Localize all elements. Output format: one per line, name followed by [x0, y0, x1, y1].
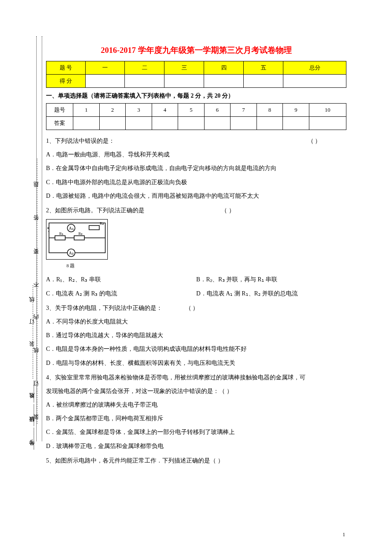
- answer-header-5: 5: [178, 104, 204, 117]
- svg-text:R₂: R₂: [78, 231, 83, 236]
- answer-header-4: 4: [152, 104, 178, 117]
- q1: 1、下列说法中错误的是： （ ） A．电路一般由电源、用电器、导线和开关构成 B…: [46, 134, 346, 203]
- q2-diagram-label: 8 题: [66, 260, 346, 271]
- answer-cell: [309, 117, 346, 130]
- score-cell: [125, 75, 164, 88]
- q4: 4、实验室里常常用验电器来检验物体是否带电，用被丝绸摩擦过的玻璃棒接触验电器的金…: [46, 371, 346, 453]
- q4-b: B．两个金属箔都带正电，同种电荷互相排斥: [46, 412, 346, 425]
- answer-cell: [178, 117, 204, 130]
- q2: 2、如图所示电路。下列说法正确的是 （ ） A₁ R₃ R₁ R₂ A₂ 8: [46, 204, 346, 301]
- answer-table: 题号 1 2 3 4 5 6 7 8 9 10 答案: [46, 103, 346, 130]
- answer-header-7: 7: [231, 104, 257, 117]
- q1-d: D．电源被短路，电路中的电流会很大，而用电器被短路电路中的电流可能不太大: [46, 189, 346, 203]
- score-row-label: 得 分: [46, 75, 86, 88]
- q4-c: C．金属箔、金属球都是导体，金属球上的一部分电子转移到了玻璃棒上: [46, 425, 346, 439]
- q4-a: A．被丝绸摩擦过的玻璃棒失去电子带正电: [46, 398, 346, 412]
- q3-c: C．电阻是导体本身的一种性质，电阻大说明构成该电阻的材料导电性能不好: [46, 342, 346, 356]
- dotted-line-2: [42, 36, 42, 441]
- answer-cell: [257, 117, 282, 130]
- svg-rect-10: [74, 236, 84, 240]
- answer-cell: [99, 117, 125, 130]
- q3-d: D．电阻与导体的材料、长度、横截面积等因素有关，与电压和电流无关: [46, 356, 346, 370]
- q3-a: A．不同导体的长度大电阻就大: [46, 315, 346, 329]
- q2-b: B．R₂、R₃ 并联，再与 R₁ 串联: [196, 273, 347, 286]
- score-cell: [244, 75, 283, 88]
- score-header-3: 三: [164, 61, 204, 75]
- circuit-svg: A₁ R₃ R₁ R₂ A₂: [46, 220, 108, 260]
- q3-stem: 3、关于导体的电阻，下列说法中正确的是：: [46, 305, 162, 311]
- q1-stem: 1、下列说法中错误的是：: [46, 134, 115, 148]
- answer-header-1: 1: [73, 104, 99, 117]
- answer-header-label: 题号: [46, 104, 73, 117]
- q4-stem2: 发现验电器的两个金属箔会张开，对这一现象的说法中错误的是：（ ）: [46, 384, 346, 398]
- q1-paren: （ ）: [308, 134, 321, 148]
- score-header-total: 总分: [283, 61, 346, 75]
- answer-header-9: 9: [283, 104, 309, 117]
- score-table: 题 号 一 二 三 四 五 总分 得 分: [46, 61, 346, 88]
- answer-header-8: 8: [257, 104, 282, 117]
- circuit-diagram: A₁ R₃ R₁ R₂ A₂: [46, 219, 108, 260]
- answer-header-6: 6: [204, 104, 230, 117]
- answer-row-label: 答案: [46, 117, 73, 130]
- answer-cell: [152, 117, 178, 130]
- q2-stem: 2、如图所示电路。下列说法正确的是: [46, 204, 144, 217]
- score-cell: [85, 75, 125, 88]
- answer-cell: [204, 117, 230, 130]
- page-number: 1: [343, 532, 345, 538]
- answer-cell: [126, 117, 152, 130]
- q3-b: B．通过导体的电流越大，导体的电阻就越大: [46, 329, 346, 342]
- svg-text:R₁: R₁: [59, 231, 63, 236]
- q1-a: A．电路一般由电源、用电器、导线和开关构成: [46, 148, 346, 162]
- binding-margin: 装………………订………………线………………内………………不………………要……………: [0, 36, 43, 441]
- q5: 5、如图所示电路中，各元件均能正常工作．下列描述正确的是（ ）: [46, 454, 346, 468]
- score-header-5: 五: [244, 61, 283, 75]
- main-content: 2016-2017 学年度九年级第一学期第三次月考试卷物理 题 号 一 二 三 …: [46, 45, 346, 468]
- q2-a: A．R₁、R₂、R₃ 串联: [46, 273, 196, 286]
- score-cell: [283, 75, 346, 88]
- answer-cell: [231, 117, 257, 130]
- svg-text:R₃: R₃: [100, 221, 104, 225]
- q2-c: C．电流表 A₂ 测 R₃ 的电流: [46, 287, 196, 301]
- answer-header-10: 10: [309, 104, 346, 117]
- q1-c: C．电路中电源外部的电流总是从电源的正极流向负极: [46, 176, 346, 189]
- q4-d: D．玻璃棒带正电，金属箔和金属球都带负电: [46, 439, 346, 453]
- score-cell: [204, 75, 244, 88]
- q2-d: D．电流表 A₁ 测 R₁、R₂ 并联的总电流: [196, 287, 347, 301]
- answer-cell: [73, 117, 99, 130]
- q5-stem: 5、如图所示电路中，各元件均能正常工作．下列描述正确的是（ ）: [46, 454, 346, 468]
- answer-header-2: 2: [99, 104, 125, 117]
- answer-cell: [283, 117, 309, 130]
- answer-header-3: 3: [126, 104, 152, 117]
- score-header-num: 题 号: [46, 61, 86, 75]
- svg-rect-6: [89, 225, 99, 230]
- q3-paren: （ ）: [185, 305, 199, 311]
- svg-rect-8: [55, 236, 65, 240]
- svg-text:A₂: A₂: [69, 251, 73, 255]
- q4-stem: 4、实验室里常常用验电器来检验物体是否带电，用被丝绸摩擦过的玻璃棒接触验电器的金…: [46, 371, 346, 384]
- svg-text:A₁: A₁: [69, 226, 73, 231]
- q1-b: B．在金属导体中自由电子定向移动形成电流，自由电子定向移动的方向就是电流的方向: [46, 162, 346, 175]
- section-1-title: 一、单项选择题（请将正确答案填入下列表格中，每题 2 分，共 20 分）: [46, 92, 346, 100]
- q2-paren: （ ）: [221, 204, 235, 217]
- score-header-2: 二: [125, 61, 164, 75]
- exam-title: 2016-2017 学年度九年级第一学期第三次月考试卷物理: [46, 45, 346, 56]
- score-cell: [164, 75, 204, 88]
- score-header-1: 一: [85, 61, 125, 75]
- binding-text-inner: 学号________ 班级________ 姓名________ ……………装……: [28, 75, 35, 450]
- score-header-4: 四: [204, 61, 244, 75]
- q3: 3、关于导体的电阻，下列说法中正确的是： （ ） A．不同导体的长度大电阻就大 …: [46, 301, 346, 370]
